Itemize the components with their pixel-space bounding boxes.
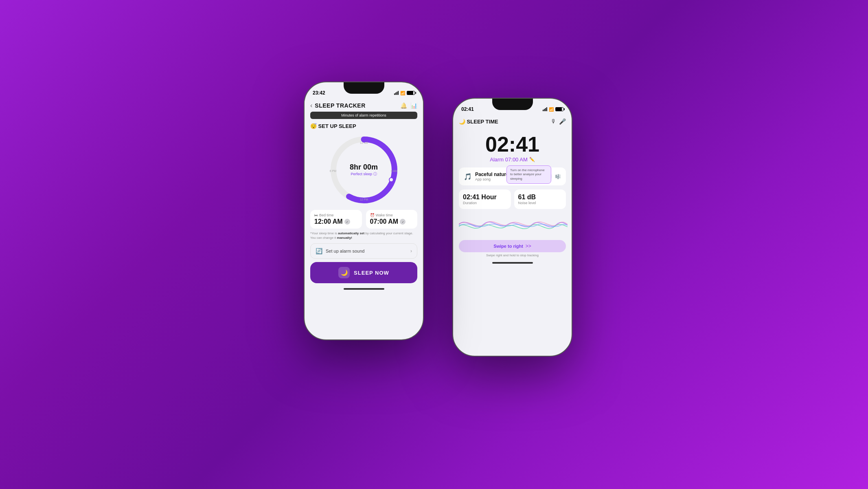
phone2-nav-icons: 🎙 🎤 xyxy=(551,118,566,125)
home-indicator xyxy=(344,288,384,290)
battery-icon-2 xyxy=(555,107,563,111)
big-time-value: 02:41 xyxy=(459,134,566,155)
phone2-status-icons: 📶 xyxy=(543,107,563,112)
edit-alarm-icon[interactable]: ✏️ xyxy=(529,157,535,162)
noise-value: 61 dB xyxy=(518,194,562,201)
noise-label: Noise level xyxy=(518,201,562,205)
battery-icon xyxy=(407,91,415,95)
playlist-icon[interactable]: 🎼 xyxy=(555,174,561,179)
time-row: 🛏 Bed time 12:00 AM ✓ ⏰ Wake time 07:00 … xyxy=(305,210,423,231)
home-indicator-2 xyxy=(492,262,533,264)
stats-icon[interactable]: 📊 xyxy=(410,102,417,109)
duration-label: Duration xyxy=(463,201,507,205)
sleep-wave-chart xyxy=(453,212,572,237)
wake-time-value: 07:00 AM ✓ xyxy=(370,218,414,225)
wake-icon: ⏰ xyxy=(370,213,375,217)
wake-time-label: ⏰ Wake time xyxy=(370,213,414,217)
microphone-active-icon[interactable]: 🎤 xyxy=(559,118,566,125)
alarm-settings-icon[interactable]: 🔔 xyxy=(400,102,407,109)
tooltip-badge: Minutes of alarm repetitions xyxy=(310,112,417,119)
bed-time-value: 12:00 AM ✓ xyxy=(314,218,358,225)
phone2-navbar: 🌙 SLEEP TIME 🎙 🎤 Turn on the microphone … xyxy=(453,117,572,127)
bed-icon: 🛏 xyxy=(314,213,318,217)
clock-wrapper: 12 AM 12 PM 6 PM 6 AM 8hr 00m Perfect sl… xyxy=(327,133,401,207)
swipe-hint: Swipe right and hold to stop tracking xyxy=(486,253,539,257)
phone1-notch xyxy=(344,82,384,94)
sleep-clock: 12 AM 12 PM 6 PM 6 AM 8hr 00m Perfect sl… xyxy=(305,132,423,210)
svg-text:6 AM: 6 AM xyxy=(391,170,397,172)
alarm-sound-button[interactable]: 🔄 Set up alarm sound › xyxy=(310,243,417,259)
alarm-sound-icon: 🔄 xyxy=(316,248,322,254)
phone-2-tracking: 02:41 📶 🌙 SLEEP TIME 🎙 🎤 Turn on the mic… xyxy=(452,98,572,357)
phones-container: 23:42 📶 ‹ SLEEP TRACKER 🔔 📊 xyxy=(292,61,576,428)
swipe-label: Swipe to right xyxy=(493,244,523,249)
swipe-arrows-icon: >> xyxy=(526,243,531,249)
sleep-now-button[interactable]: 🌙 SLEEP NOW xyxy=(310,262,417,283)
stats-row: 02:41 Hour Duration 61 dB Noise level xyxy=(453,189,572,212)
bed-time-edit[interactable]: ✓ xyxy=(344,219,350,225)
swipe-section: Swipe to right >> Swipe right and hold t… xyxy=(453,237,572,260)
phone2-time: 02:41 xyxy=(461,106,474,112)
svg-text:6 PM: 6 PM xyxy=(329,170,336,172)
duration-value: 02:41 Hour xyxy=(463,194,507,201)
sleep-quality: Perfect sleep ⓘ xyxy=(350,172,378,177)
duration-stat: 02:41 Hour Duration xyxy=(459,189,511,209)
music-note-icon: 🎵 xyxy=(464,173,472,181)
mic-tooltip: Turn on the microphone to better analyze… xyxy=(506,165,551,184)
nav-action-icons: 🔔 📊 xyxy=(400,102,417,109)
svg-point-8 xyxy=(389,178,393,182)
svg-point-7 xyxy=(362,139,366,143)
wifi-icon: 📶 xyxy=(400,91,405,95)
wake-time-edit[interactable]: ✓ xyxy=(400,219,406,225)
svg-text:12 PM: 12 PM xyxy=(359,198,368,201)
phone-1-setup: 23:42 📶 ‹ SLEEP TRACKER 🔔 📊 xyxy=(304,82,424,340)
swipe-button[interactable]: Swipe to right >> xyxy=(459,240,566,252)
phone2-page-title: 🌙 SLEEP TIME xyxy=(459,119,498,125)
phone1-nav-left: ‹ SLEEP TRACKER xyxy=(310,102,366,109)
bed-time-label: 🛏 Bed time xyxy=(314,213,358,217)
signal-icon xyxy=(394,91,399,95)
phone1-time: 23:42 xyxy=(313,90,325,96)
bed-time-box[interactable]: 🛏 Bed time 12:00 AM ✓ xyxy=(310,210,362,229)
phone2-notch xyxy=(492,99,533,110)
wifi-icon-2: 📶 xyxy=(549,107,554,112)
wave-svg xyxy=(459,212,568,237)
clock-inner-text: 8hr 00m Perfect sleep ⓘ xyxy=(350,163,378,177)
phone1-status-icons: 📶 xyxy=(394,91,415,95)
back-button[interactable]: ‹ xyxy=(310,102,312,109)
alarm-sound-label: Set up alarm sound xyxy=(326,249,407,253)
auto-set-note: *Your sleep time is automatically set by… xyxy=(305,231,423,243)
noise-stat: 61 dB Noise level xyxy=(514,189,566,209)
wake-time-box[interactable]: ⏰ Wake time 07:00 AM ✓ xyxy=(366,210,418,229)
sleep-now-label: SLEEP NOW xyxy=(354,270,389,276)
sleep-btn-icon: 🌙 xyxy=(338,267,350,278)
phone1-navbar: ‹ SLEEP TRACKER 🔔 📊 xyxy=(305,100,423,112)
chevron-right-icon: › xyxy=(410,248,412,254)
microphone-settings-icon[interactable]: 🎙 xyxy=(551,118,557,125)
signal-icon-2 xyxy=(543,107,547,111)
current-time-display: 02:41 xyxy=(453,127,572,156)
page-title: SLEEP TRACKER xyxy=(315,102,365,109)
sleep-duration: 8hr 00m xyxy=(350,163,378,172)
section-header-setup: 😴 SET UP SLEEP xyxy=(305,121,423,132)
